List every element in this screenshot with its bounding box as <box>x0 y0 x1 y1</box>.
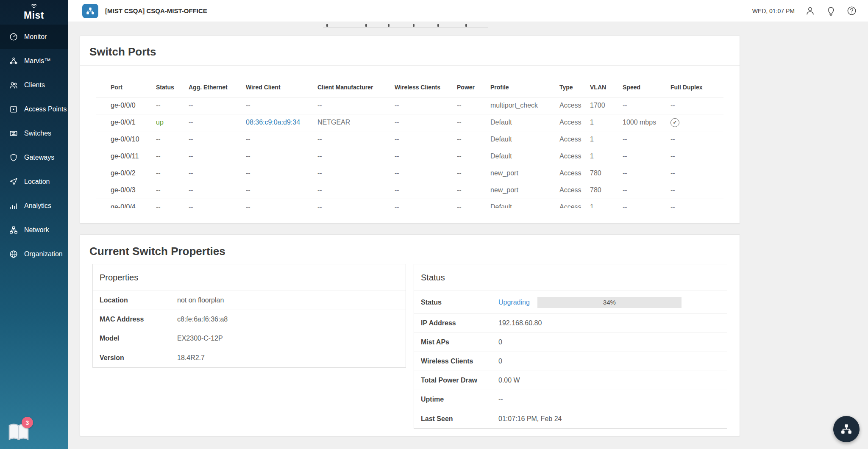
cell-vlan: 780 <box>590 165 623 182</box>
question-icon <box>846 6 857 16</box>
cell-type: Access <box>559 114 590 131</box>
cell-status: -- <box>156 182 189 199</box>
table-row[interactable]: ge-0/0/4 -- -- -- -- -- -- Default Acces… <box>96 199 723 208</box>
cell-wired-client: -- <box>246 131 317 148</box>
table-row[interactable]: ge-0/0/0 -- -- -- -- -- -- multiport_che… <box>96 97 723 114</box>
sidebar-item-marvis[interactable]: Marvis™ <box>0 49 68 73</box>
cell-wired-client: -- <box>246 165 317 182</box>
property-label: Wireless Clients <box>421 358 498 365</box>
upgrade-progress-bar: 34% <box>537 297 682 308</box>
cell-profile: multiport_check <box>490 97 559 114</box>
mist-logo[interactable]: Mist <box>0 0 68 25</box>
sidebar-item-switches[interactable]: Switches <box>0 121 68 145</box>
main-area: [MIST CSQA] CSQA-MIST-OFFICE WED, 01:07 … <box>68 0 868 449</box>
cell-power: -- <box>457 199 490 208</box>
sidebar-item-label: Marvis™ <box>24 57 51 65</box>
property-label: IP Address <box>421 319 498 327</box>
cell-vlan: 1 <box>590 148 623 165</box>
cell-agg-ethernet: -- <box>189 199 246 208</box>
switch-ports-header: Switch Ports <box>80 36 740 66</box>
sidebar-item-network[interactable]: Network <box>0 218 68 242</box>
sidebar-nav: Monitor Marvis™ Clients Access Points Sw… <box>0 25 68 266</box>
sidebar-item-label: Network <box>24 226 49 234</box>
cell-wireless-clients: -- <box>395 97 457 114</box>
current-switch-properties-header: Current Switch Properties <box>80 235 740 264</box>
cell-port: ge-0/0/1 <box>96 114 156 131</box>
col-port: Port <box>96 78 156 97</box>
property-value: -- <box>498 396 503 403</box>
cell-profile: Default <box>490 148 559 165</box>
table-row[interactable]: ge-0/0/3 -- -- -- -- -- -- new_port Acce… <box>96 182 723 199</box>
upgrade-progress-label: 34% <box>537 297 682 308</box>
cell-status: -- <box>156 199 189 208</box>
help-button[interactable] <box>846 6 857 16</box>
cell-client-manufacturer: NETGEAR <box>317 114 395 131</box>
documentation-button[interactable]: 3 <box>6 421 31 444</box>
table-row[interactable]: ge-0/0/1 up -- 08:36:c9:0a:d9:34 NETGEAR… <box>96 114 723 131</box>
sidebar-item-clients[interactable]: Clients <box>0 73 68 97</box>
access-point-icon <box>8 104 19 114</box>
wired-client-link[interactable]: 08:36:c9:0a:d9:34 <box>246 119 300 126</box>
org-title: [MIST CSQA] CSQA-MIST-OFFICE <box>105 7 207 14</box>
cell-client-manufacturer: -- <box>317 131 395 148</box>
marvis-chat-button[interactable] <box>833 416 860 442</box>
cell-port: ge-0/0/10 <box>96 131 156 148</box>
sidebar-item-location[interactable]: Location <box>0 169 68 194</box>
clipped-scrolled-content <box>323 23 488 28</box>
table-row[interactable]: ge-0/0/10 -- -- -- -- -- -- Default Acce… <box>96 131 723 148</box>
cell-vlan: 780 <box>590 182 623 199</box>
cell-status: -- <box>156 165 189 182</box>
cell-full-duplex: -- <box>670 165 723 182</box>
paper-plane-icon <box>8 177 19 187</box>
sidebar-item-label: Clients <box>24 81 45 89</box>
property-row: MAC Address c8:fe:6a:f6:36:a8 <box>93 310 406 329</box>
sidebar-item-organization[interactable]: Organization <box>0 242 68 266</box>
cell-port: ge-0/0/0 <box>96 97 156 114</box>
property-label: MAC Address <box>100 316 177 323</box>
sidebar-item-access-points[interactable]: Access Points <box>0 97 68 121</box>
sidebar-item-monitor[interactable]: Monitor <box>0 25 68 49</box>
property-label: Last Seen <box>421 415 498 423</box>
account-button[interactable] <box>805 6 815 16</box>
cell-speed: -- <box>623 165 670 182</box>
cell-wired-client: 08:36:c9:0a:d9:34 <box>246 114 317 131</box>
property-label: Model <box>100 335 177 342</box>
switch-ports-table: Port Status Agg. Ethernet Wired Client C… <box>96 78 723 208</box>
org-switcher-button[interactable] <box>82 4 98 18</box>
cell-power: -- <box>457 114 490 131</box>
cell-full-duplex: -- <box>670 182 723 199</box>
sidebar-item-gateways[interactable]: Gateways <box>0 145 68 169</box>
cell-wireless-clients: -- <box>395 182 457 199</box>
shield-icon <box>8 152 19 163</box>
cell-port: ge-0/0/2 <box>96 165 156 182</box>
properties-panel: Properties Location not on floorplan MAC… <box>92 264 406 368</box>
cell-status: up <box>156 114 189 131</box>
switch-ports-title: Switch Ports <box>89 45 156 58</box>
full-duplex-check-icon: ✓ <box>670 118 679 127</box>
cell-full-duplex: -- <box>670 131 723 148</box>
cell-port: ge-0/0/4 <box>96 199 156 208</box>
org-network-icon <box>840 423 853 435</box>
mist-logo-text: Mist <box>24 10 44 21</box>
property-row: Uptime -- <box>414 390 727 409</box>
property-label: Location <box>100 297 177 304</box>
table-row[interactable]: ge-0/0/11 -- -- -- -- -- -- Default Acce… <box>96 148 723 165</box>
datetime-label: WED, 01:07 PM <box>752 8 795 14</box>
property-label: Total Power Draw <box>421 377 498 384</box>
cell-agg-ethernet: -- <box>189 165 246 182</box>
top-bar: [MIST CSQA] CSQA-MIST-OFFICE WED, 01:07 … <box>68 0 868 22</box>
col-wired-client: Wired Client <box>246 78 317 97</box>
sidebar-item-label: Switches <box>24 130 51 137</box>
sidebar-item-analytics[interactable]: Analytics <box>0 194 68 218</box>
property-value: 192.168.60.80 <box>498 319 542 327</box>
bar-chart-icon <box>8 201 19 211</box>
cell-type: Access <box>559 97 590 114</box>
switch-ports-table-viewport[interactable]: Port Status Agg. Ethernet Wired Client C… <box>96 78 723 208</box>
property-label: Uptime <box>421 396 498 403</box>
upgrading-link[interactable]: Upgrading <box>498 299 530 306</box>
cell-client-manufacturer: -- <box>317 148 395 165</box>
whats-new-button[interactable] <box>826 6 836 16</box>
table-row[interactable]: ge-0/0/2 -- -- -- -- -- -- new_port Acce… <box>96 165 723 182</box>
cell-power: -- <box>457 97 490 114</box>
cell-agg-ethernet: -- <box>189 131 246 148</box>
